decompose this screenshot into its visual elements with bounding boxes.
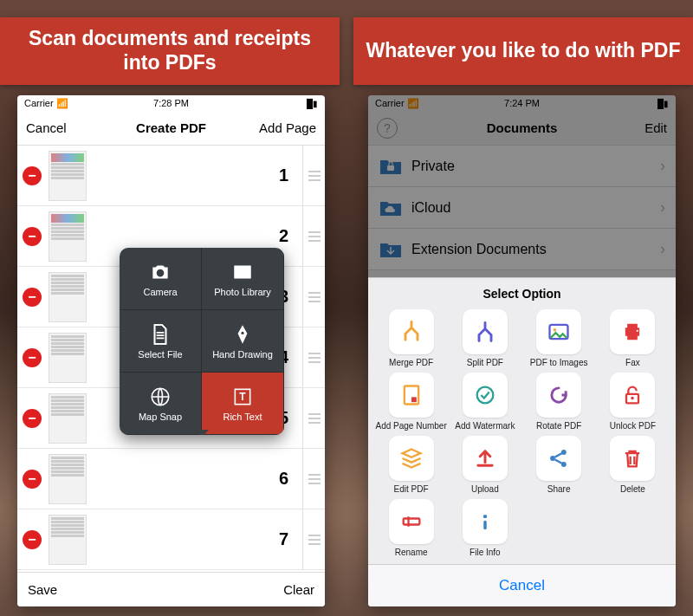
add-page-popover: Camera Photo Library Select File Hand Dr… <box>120 248 284 435</box>
clear-button[interactable]: Clear <box>283 582 314 597</box>
option-file-info[interactable]: File Info <box>449 499 521 557</box>
page-thumbnail <box>49 454 87 504</box>
pen-icon <box>231 323 254 346</box>
delete-row-button[interactable]: − <box>23 530 42 549</box>
share-icon <box>547 446 571 470</box>
watermark-icon <box>473 383 497 407</box>
page-thumbnail <box>49 211 87 262</box>
merge-icon <box>399 320 424 344</box>
option-delete[interactable]: Delete <box>597 436 669 494</box>
page-number: 1 <box>279 165 288 185</box>
delete-row-button[interactable]: − <box>23 470 42 489</box>
page-thumbnail <box>49 393 87 444</box>
option-grid: Merge PDF Split PDF PDF to Images Fax Ad… <box>368 306 676 564</box>
popover-camera[interactable]: Camera <box>120 248 202 310</box>
popover-select-file[interactable]: Select File <box>120 310 202 373</box>
page-number: 2 <box>279 226 288 246</box>
banner-right: Whatever you like to do with PDF <box>353 17 693 85</box>
page-number: 6 <box>279 469 288 489</box>
page-number-icon <box>399 383 424 407</box>
upload-icon <box>473 446 497 470</box>
svg-rect-15 <box>403 519 419 525</box>
file-icon <box>149 323 172 346</box>
svg-point-9 <box>477 387 494 404</box>
page-thumbnail <box>49 151 87 201</box>
page-row[interactable]: − 7 <box>17 509 325 570</box>
info-icon <box>473 509 497 534</box>
option-upload[interactable]: Upload <box>449 436 521 494</box>
rich-text-icon: T <box>231 386 254 408</box>
option-rotate-pdf[interactable]: Rotate PDF <box>523 373 595 431</box>
save-button[interactable]: Save <box>28 582 57 597</box>
drag-handle[interactable] <box>302 267 320 327</box>
popover-rich-text[interactable]: T Rich Text <box>202 373 284 435</box>
svg-point-11 <box>631 397 635 400</box>
delete-row-button[interactable]: − <box>23 348 42 367</box>
rotate-icon <box>547 383 571 407</box>
option-merge-pdf[interactable]: Merge PDF <box>375 309 447 367</box>
drag-handle[interactable] <box>302 388 320 448</box>
drag-handle[interactable] <box>302 206 320 266</box>
option-unlock-pdf[interactable]: Unlock PDF <box>597 373 669 431</box>
page-row[interactable]: − 1 <box>17 146 325 206</box>
page-thumbnail <box>49 272 87 322</box>
right-screenshot: Carrier 📶 7:24 PM █▮ ? Documents Edit Pr… <box>368 95 676 606</box>
unlock-icon <box>620 383 644 407</box>
page-number: 7 <box>279 529 288 549</box>
camera-icon <box>149 261 172 283</box>
trash-icon <box>620 446 644 470</box>
option-add-page-number[interactable]: Add Page Number <box>375 373 447 431</box>
delete-row-button[interactable]: − <box>23 409 42 428</box>
page-thumbnail <box>49 333 87 383</box>
popover-photo-library[interactable]: Photo Library <box>202 248 284 310</box>
nav-bar: Cancel Create PDF Add Page <box>17 111 325 146</box>
option-edit-pdf[interactable]: Edit PDF <box>375 436 447 494</box>
delete-row-button[interactable]: − <box>23 288 42 307</box>
svg-text:T: T <box>239 391 246 403</box>
popover-hand-drawing[interactable]: Hand Drawing <box>202 310 284 373</box>
page-row[interactable]: − 6 <box>17 449 325 509</box>
option-pdf-to-images[interactable]: PDF to Images <box>523 309 595 367</box>
option-add-watermark[interactable]: Add Watermark <box>449 373 521 431</box>
svg-rect-17 <box>483 521 487 530</box>
cancel-button[interactable]: Cancel <box>26 120 67 135</box>
layers-icon <box>399 446 424 470</box>
photo-library-icon <box>231 261 254 283</box>
svg-point-16 <box>483 515 487 518</box>
sheet-title: Select Option <box>368 278 676 306</box>
rename-icon <box>399 509 424 534</box>
option-sheet: Select Option Merge PDF Split PDF PDF to… <box>368 277 676 606</box>
drag-handle[interactable] <box>302 449 320 509</box>
fax-icon <box>620 320 644 344</box>
svg-point-6 <box>637 330 638 332</box>
drag-handle[interactable] <box>302 146 320 205</box>
split-icon <box>473 320 497 344</box>
sheet-cancel-button[interactable]: Cancel <box>368 564 676 606</box>
globe-icon <box>149 386 172 408</box>
option-rename[interactable]: Rename <box>375 499 447 557</box>
option-share[interactable]: Share <box>523 436 595 494</box>
delete-row-button[interactable]: − <box>23 227 42 246</box>
page-list: − 1 − 2 − 3 − 4 − 5 <box>17 146 325 570</box>
banner-left: Scan documents and receipts into PDFs <box>0 17 340 85</box>
status-time: 7:28 PM <box>17 98 325 108</box>
add-page-button[interactable]: Add Page <box>259 120 316 135</box>
status-bar: Carrier 📶 7:28 PM █▮ <box>17 95 325 111</box>
bottom-toolbar: Save Clear <box>17 572 325 606</box>
drag-handle[interactable] <box>302 327 320 387</box>
svg-point-5 <box>554 328 557 332</box>
option-fax[interactable]: Fax <box>597 309 669 367</box>
delete-row-button[interactable]: − <box>23 166 42 185</box>
page-thumbnail <box>49 515 87 565</box>
left-screenshot: Carrier 📶 7:28 PM █▮ Cancel Create PDF A… <box>17 95 325 606</box>
popover-map-snap[interactable]: Map Snap <box>120 373 202 435</box>
image-icon <box>547 320 571 344</box>
option-split-pdf[interactable]: Split PDF <box>449 309 521 367</box>
drag-handle[interactable] <box>302 509 320 569</box>
svg-rect-8 <box>411 397 417 402</box>
